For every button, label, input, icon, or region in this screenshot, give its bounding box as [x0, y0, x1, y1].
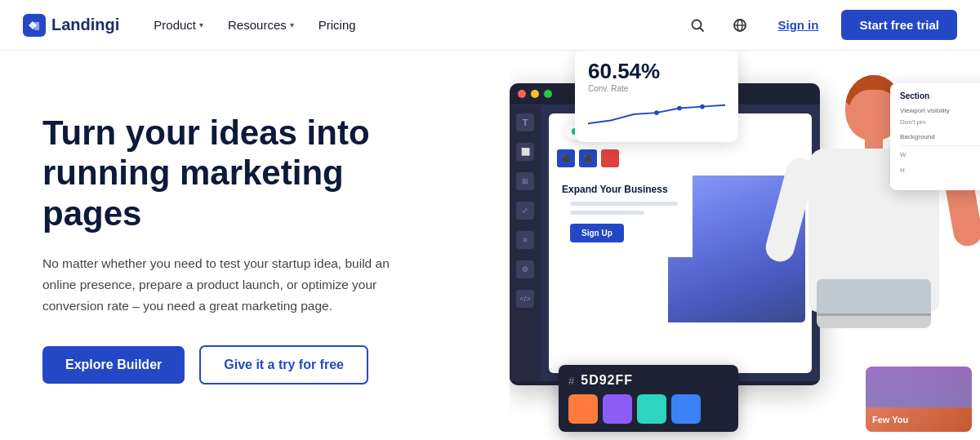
bottom-orange-card: Few You	[866, 367, 972, 432]
nav-actions: Sign in Start free trial	[683, 10, 957, 40]
sidebar-tool-image[interactable]: ⬜	[516, 143, 534, 161]
color-swatches	[568, 394, 728, 424]
hash-symbol: #	[568, 375, 574, 387]
nav-item-pricing[interactable]: Pricing	[309, 11, 366, 38]
page-text-content: Expand Your Business Sign Up	[555, 176, 693, 257]
edit-button[interactable]: ⬛	[557, 149, 575, 167]
analytics-label: Conv. Rate	[588, 84, 725, 93]
svg-point-5	[677, 106, 682, 111]
nav-item-resources[interactable]: Resources ▾	[218, 11, 304, 38]
color-palette-card: # 5D92FF	[559, 365, 738, 432]
explore-builder-button[interactable]: Explore Builder	[42, 346, 185, 384]
free-trial-button[interactable]: Give it a try for free	[199, 345, 368, 384]
svg-point-4	[654, 110, 659, 115]
start-trial-button[interactable]: Start free trial	[841, 10, 957, 40]
sidebar-tool-grid[interactable]: ⊞	[516, 172, 534, 190]
hex-value: 5D92FF	[581, 373, 633, 388]
subtext-line-1	[570, 202, 678, 206]
prop-h-label: H	[900, 167, 905, 178]
nav-item-product[interactable]: Product ▾	[144, 11, 213, 38]
close-dot	[518, 90, 526, 98]
prop-row-h: H 103	[900, 167, 980, 178]
chart-svg	[588, 98, 725, 131]
search-icon	[690, 18, 705, 33]
prop-row-w: W 300	[900, 151, 980, 162]
hero-section: Turn your ideas into running marketing p…	[0, 51, 980, 440]
hex-display: # 5D92FF	[568, 373, 728, 388]
prop-row-viewport: Viewport visibility	[900, 107, 980, 114]
page-headline: Expand Your Business	[562, 184, 686, 197]
logo-icon	[23, 14, 46, 37]
logo-text: Landingi	[51, 16, 119, 34]
card-mountain-bg	[866, 367, 972, 407]
hero-right: 60.54% Conv. Rate T	[510, 51, 980, 440]
prop-panel-title: Section	[900, 91, 980, 100]
navbar: Landingi Product ▾ Resources ▾ Pricing	[0, 0, 980, 51]
search-button[interactable]	[683, 11, 712, 40]
hero-description: No matter whether you need to test your …	[42, 253, 418, 316]
svg-point-1	[693, 20, 702, 29]
swatch-purple[interactable]	[603, 394, 632, 424]
analytics-percentage: 60.54%	[588, 59, 725, 84]
signup-cta[interactable]: Sign Up	[570, 224, 624, 242]
laptop	[817, 279, 931, 328]
prop-bg-label: Background	[900, 133, 980, 140]
globe-icon	[733, 18, 747, 33]
chevron-down-icon: ▾	[199, 20, 203, 29]
editor-sidebar: T ⬜ ⊞ ⤢ ≡ ⚙ </>	[510, 105, 541, 381]
hero-buttons: Explore Builder Give it a try for free	[42, 345, 470, 384]
prop-pin-label: Don't pin	[900, 118, 925, 128]
duplicate-button[interactable]: ⬛	[579, 149, 597, 167]
sidebar-tool-text[interactable]: T	[516, 113, 534, 131]
analytics-card: 60.54% Conv. Rate	[575, 51, 738, 142]
subtext-line-2	[570, 211, 644, 215]
prop-w-label: W	[900, 151, 906, 162]
svg-point-6	[700, 104, 705, 109]
hero-title: Turn your ideas into running marketing p…	[42, 113, 434, 234]
sidebar-tool-code[interactable]: </>	[516, 290, 534, 308]
logo-link[interactable]: Landingi	[23, 14, 119, 37]
sidebar-tool-move[interactable]: ⤢	[516, 202, 534, 220]
sidebar-tool-layers[interactable]: ≡	[516, 231, 534, 249]
nav-items: Product ▾ Resources ▾ Pricing	[144, 11, 683, 38]
maximize-dot	[544, 90, 552, 98]
mockup-container: 60.54% Conv. Rate T	[510, 51, 980, 440]
swatch-blue[interactable]	[671, 394, 701, 424]
swatch-teal[interactable]	[637, 394, 666, 424]
bottom-card-text: Few You	[872, 414, 965, 425]
language-button[interactable]	[725, 11, 755, 40]
swatch-orange[interactable]	[568, 394, 598, 424]
properties-panel: Section Viewport visibility Don't pin Ba…	[890, 83, 980, 190]
sign-in-button[interactable]: Sign in	[768, 11, 828, 38]
minimize-dot	[531, 90, 539, 98]
prop-label: Viewport visibility	[900, 107, 950, 114]
prop-row-pin: Don't pin	[900, 118, 980, 128]
chevron-down-icon: ▾	[290, 20, 294, 29]
delete-button[interactable]	[601, 149, 619, 167]
sidebar-tool-settings[interactable]: ⚙	[516, 260, 534, 278]
hero-left: Turn your ideas into running marketing p…	[0, 51, 510, 440]
divider	[900, 145, 980, 146]
